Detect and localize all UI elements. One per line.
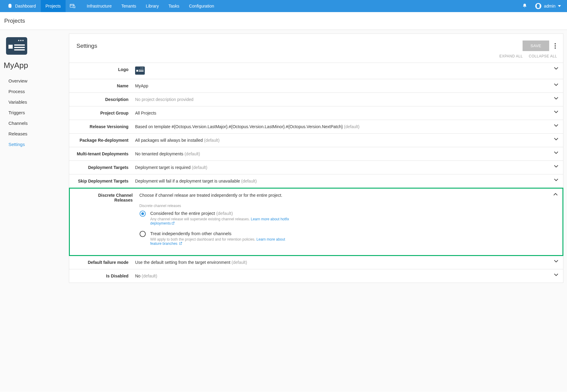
chevron-down-icon: [554, 179, 558, 181]
setting-row-name: Name MyApp: [69, 79, 563, 93]
radio-option-independent[interactable]: Treat independently from other channels …: [139, 231, 290, 250]
setting-row-discrete-channel: Discrete Channel Releases Choose if chan…: [69, 188, 563, 256]
nav-projects[interactable]: Projects: [41, 0, 66, 12]
expand-failure-mode[interactable]: [554, 260, 558, 263]
chevron-down-icon: [554, 165, 558, 168]
setting-row-skip-targets: Skip Deployment Targets Deployment will …: [69, 174, 563, 188]
overflow-menu-button[interactable]: [549, 41, 556, 51]
setting-row-description: Description No project description provi…: [69, 93, 563, 106]
sidebar-item-triggers[interactable]: Triggers: [0, 107, 69, 118]
sidebar: MyApp Overview Process Variables Trigger…: [0, 30, 69, 392]
nav-tasks[interactable]: Tasks: [164, 0, 184, 12]
expand-name[interactable]: [554, 83, 558, 86]
sidebar-item-variables[interactable]: Variables: [0, 97, 69, 107]
notifications-button[interactable]: [518, 3, 531, 9]
external-link-icon: [179, 242, 182, 245]
radio-selected-icon: [139, 210, 146, 217]
radio-option-entire-project[interactable]: Considered for the entire project (defau…: [139, 210, 290, 229]
nav-infrastructure[interactable]: Infrastructure: [82, 0, 116, 12]
sidebar-item-settings[interactable]: Settings: [0, 139, 69, 150]
setting-row-failure-mode: Default failure mode Use the default set…: [69, 256, 563, 269]
chevron-down-icon: [554, 151, 558, 154]
card-search-icon: [70, 4, 75, 8]
nav-library[interactable]: Library: [141, 0, 164, 12]
expand-release-versioning[interactable]: [554, 124, 558, 127]
caret-down-icon: [558, 5, 561, 7]
bell-icon: [522, 3, 527, 8]
chevron-up-icon: [553, 193, 558, 196]
expand-deploy-targets[interactable]: [554, 165, 558, 168]
nav-tenants[interactable]: Tenants: [117, 0, 141, 12]
svg-line-3: [75, 8, 75, 8]
expand-all-button[interactable]: EXPAND ALL: [499, 54, 523, 58]
top-nav: Dashboard Projects Infrastructure Tenant…: [0, 0, 567, 12]
svg-point-2: [73, 6, 75, 8]
expand-multi-tenant[interactable]: [554, 151, 558, 154]
page-title: Settings: [76, 43, 523, 49]
project-logo-preview: [135, 66, 145, 75]
main-layout: MyApp Overview Process Variables Trigger…: [0, 30, 567, 392]
chevron-down-icon: [554, 83, 558, 86]
svg-point-7: [140, 231, 145, 237]
octopus-icon: [7, 3, 13, 9]
content: Settings SAVE EXPAND ALL COLLAPSE ALL Lo…: [69, 30, 567, 392]
nav-dashboard[interactable]: Dashboard: [2, 0, 41, 12]
chevron-down-icon: [554, 67, 558, 70]
setting-row-multi-tenant: Multi-tenant Deployments No tenanted dep…: [69, 147, 563, 161]
setting-row-release-versioning: Release Versioning Based on template #{O…: [69, 120, 563, 134]
chevron-down-icon: [554, 138, 558, 141]
setting-row-logo: Logo: [69, 63, 563, 79]
expand-is-disabled[interactable]: [554, 274, 558, 276]
setting-row-package-redeploy: Package Re-deployment All packages will …: [69, 134, 563, 147]
chevron-down-icon: [554, 111, 558, 113]
user-menu[interactable]: admin: [531, 3, 565, 9]
breadcrumb: Projects: [0, 12, 567, 30]
expand-description[interactable]: [554, 97, 558, 100]
chevron-down-icon: [554, 274, 558, 276]
chevron-down-icon: [554, 124, 558, 127]
save-button[interactable]: SAVE: [523, 40, 549, 51]
expand-skip-targets[interactable]: [554, 179, 558, 181]
collapse-discrete-channel[interactable]: [553, 193, 558, 196]
project-name: MyApp: [0, 57, 69, 76]
project-logo: [6, 37, 27, 55]
external-link-icon: [171, 222, 175, 225]
sidebar-item-channels[interactable]: Channels: [0, 118, 69, 128]
nav-configuration[interactable]: Configuration: [184, 0, 219, 12]
sidebar-item-overview[interactable]: Overview: [0, 76, 69, 86]
setting-row-is-disabled: Is Disabled No (default): [69, 269, 563, 283]
chevron-down-icon: [554, 97, 558, 100]
sidebar-item-releases[interactable]: Releases: [0, 128, 69, 139]
settings-panel: Settings SAVE EXPAND ALL COLLAPSE ALL Lo…: [69, 34, 563, 283]
radio-unselected-icon: [139, 231, 146, 237]
setting-row-project-group: Project Group All Projects: [69, 106, 563, 120]
expand-project-group[interactable]: [554, 111, 558, 113]
sidebar-item-process[interactable]: Process: [0, 86, 69, 97]
nav-search-projects-icon[interactable]: [66, 0, 82, 12]
expand-logo[interactable]: [554, 67, 558, 70]
collapse-all-button[interactable]: COLLAPSE ALL: [529, 54, 557, 58]
expand-package-redeploy[interactable]: [554, 138, 558, 141]
avatar-icon: [535, 3, 542, 9]
chevron-down-icon: [554, 260, 558, 263]
setting-row-deploy-targets: Deployment Targets Deployment target is …: [69, 161, 563, 174]
svg-point-6: [141, 212, 144, 215]
